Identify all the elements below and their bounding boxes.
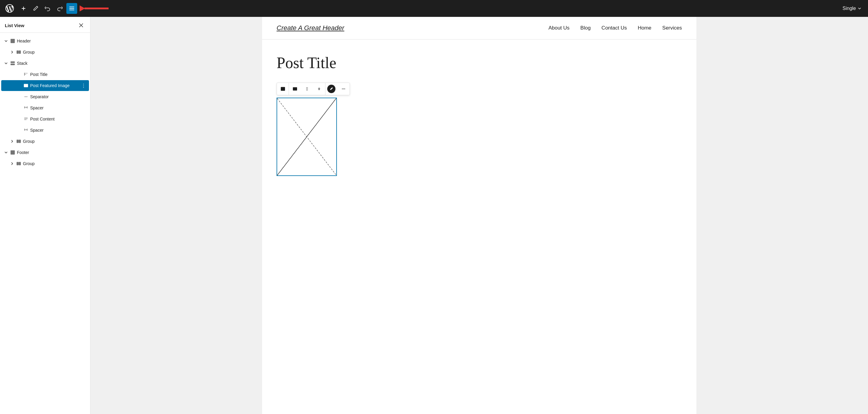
sidebar-item-separator[interactable]: Separator <box>1 91 89 102</box>
svg-point-32 <box>307 90 308 91</box>
template-icon <box>10 38 16 44</box>
chevron-down-icon <box>4 61 8 66</box>
post-title-display: Post Title <box>277 54 682 72</box>
svg-rect-7 <box>11 62 15 63</box>
sidebar-item-label: Group <box>23 161 87 166</box>
wordpress-logo[interactable] <box>4 2 16 14</box>
chevron-right-icon <box>10 161 14 166</box>
footer-icon <box>10 149 16 156</box>
svg-point-35 <box>344 89 345 89</box>
chevron-right-icon <box>10 50 14 55</box>
content-icon <box>23 116 29 122</box>
title-icon <box>23 71 29 77</box>
sidebar-item-post-title[interactable]: Post Title <box>1 69 89 80</box>
canvas-inner: Create A Great Header About Us Blog Cont… <box>262 17 696 414</box>
separator-icon <box>23 94 29 100</box>
block-toolbar-more-button[interactable] <box>338 83 349 95</box>
block-toolbar-group <box>289 83 326 95</box>
sidebar-item-label: Footer <box>17 150 87 155</box>
svg-rect-6 <box>19 50 21 54</box>
svg-point-34 <box>343 89 344 89</box>
group-icon <box>16 161 22 167</box>
nav-item-contact[interactable]: Contact Us <box>601 25 627 31</box>
block-toolbar-image-button[interactable] <box>289 83 301 95</box>
nav-item-blog[interactable]: Blog <box>580 25 591 31</box>
sidebar-header: List View <box>0 17 90 33</box>
block-toolbar-align-button[interactable] <box>277 83 289 95</box>
sidebar-item-label: Post Featured Image <box>30 83 79 88</box>
list-view-sidebar: List View Header <box>0 17 91 414</box>
svg-rect-0 <box>69 7 74 7</box>
sidebar-item-label: Separator <box>30 94 87 99</box>
svg-rect-22 <box>17 162 19 165</box>
sidebar-item-label: Spacer <box>30 128 87 133</box>
sidebar-item-label: Header <box>17 39 87 43</box>
red-arrow-annotation <box>80 5 108 11</box>
close-sidebar-button[interactable] <box>77 21 85 30</box>
svg-rect-8 <box>11 64 15 65</box>
sidebar-item-spacer-2[interactable]: Spacer <box>1 125 89 136</box>
nav-item-services[interactable]: Services <box>662 25 682 31</box>
spacer-icon <box>23 105 29 111</box>
svg-point-27 <box>306 88 307 88</box>
sidebar-item-group-3[interactable]: Group <box>1 158 89 169</box>
svg-rect-23 <box>19 162 21 165</box>
block-toolbar-move-button[interactable] <box>313 83 325 95</box>
sidebar-item-group-1[interactable]: Group <box>1 47 89 58</box>
svg-rect-3 <box>11 39 15 43</box>
main-layout: List View Header <box>0 17 868 414</box>
sidebar-item-label: Group <box>23 139 87 144</box>
group-icon <box>16 49 22 55</box>
site-navigation: About Us Blog Contact Us Home Services <box>548 25 682 31</box>
featured-image-placeholder[interactable] <box>277 98 337 176</box>
svg-rect-2 <box>69 10 74 10</box>
spacer-icon <box>23 127 29 133</box>
undo-button[interactable] <box>42 3 53 14</box>
site-logo[interactable]: Create A Great Header <box>277 24 344 32</box>
sidebar-item-post-featured-image[interactable]: Post Featured Image ⋮ <box>1 80 89 91</box>
site-header: Create A Great Header About Us Blog Cont… <box>262 17 696 39</box>
svg-rect-20 <box>11 151 15 154</box>
sidebar-item-footer[interactable]: Footer <box>1 147 89 158</box>
nav-item-about[interactable]: About Us <box>548 25 569 31</box>
sidebar-item-label: Stack <box>17 61 87 66</box>
more-options-icon[interactable]: ⋮ <box>81 82 87 89</box>
group-icon <box>16 138 22 144</box>
toolbar-right: Single <box>840 4 864 13</box>
block-toolbar-style-button[interactable] <box>327 85 336 93</box>
list-view-button[interactable] <box>66 3 77 14</box>
block-toolbar <box>277 82 350 95</box>
sidebar-item-group-2[interactable]: Group <box>1 136 89 147</box>
edit-tool-button[interactable] <box>30 3 41 14</box>
sidebar-title: List View <box>5 23 25 28</box>
sidebar-item-post-content[interactable]: Post Content <box>1 113 89 125</box>
sidebar-item-label: Spacer <box>30 105 87 110</box>
svg-point-28 <box>307 88 308 88</box>
sidebar-item-header[interactable]: Header <box>1 36 89 46</box>
svg-point-31 <box>306 90 307 91</box>
sidebar-item-spacer-1[interactable]: Spacer <box>1 102 89 113</box>
nav-item-home[interactable]: Home <box>638 25 651 31</box>
list-view-tree: Header Group Stack <box>0 33 90 414</box>
sidebar-item-stack[interactable]: Stack <box>1 58 89 69</box>
svg-point-30 <box>307 89 308 89</box>
svg-point-33 <box>342 89 343 89</box>
add-block-button[interactable] <box>18 3 29 14</box>
main-toolbar: Single <box>0 0 868 17</box>
chevron-down-icon <box>4 150 8 155</box>
svg-rect-9 <box>24 73 25 76</box>
svg-rect-18 <box>17 140 19 143</box>
svg-rect-19 <box>19 140 21 143</box>
sidebar-item-label: Group <box>23 50 87 55</box>
editor-canvas: Create A Great Header About Us Blog Cont… <box>91 17 868 414</box>
chevron-down-icon <box>4 39 8 43</box>
post-area: Post Title <box>262 39 696 191</box>
svg-rect-1 <box>69 8 74 9</box>
block-toolbar-drag-button[interactable] <box>301 83 313 95</box>
template-dropdown[interactable]: Single <box>840 4 864 13</box>
sidebar-item-label: Post Title <box>30 72 87 77</box>
template-label: Single <box>843 6 856 11</box>
redo-button[interactable] <box>54 3 65 14</box>
stack-icon <box>10 60 16 66</box>
svg-point-29 <box>306 89 307 89</box>
